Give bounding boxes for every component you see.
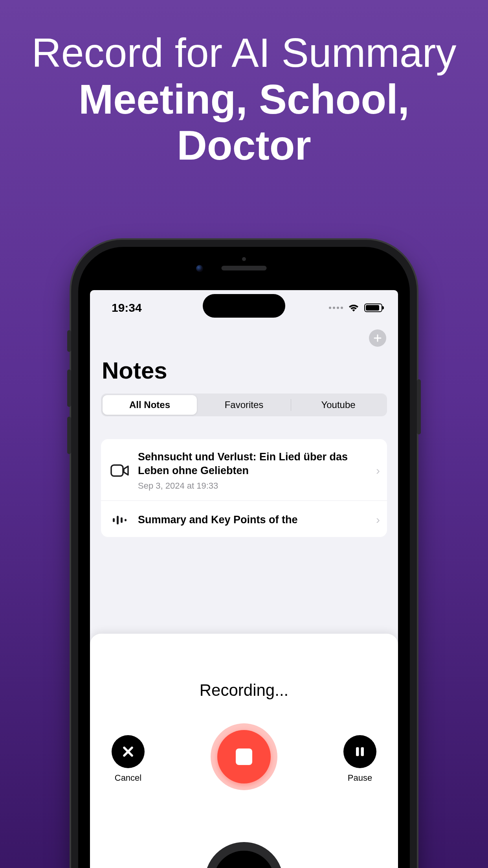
phone-power-button — [417, 379, 421, 434]
svg-rect-2 — [117, 516, 119, 524]
stop-recording-button[interactable] — [217, 730, 271, 783]
phone-volume-down — [67, 417, 71, 454]
cancel-control: Cancel — [112, 735, 145, 783]
note-date: Sep 3, 2024 at 19:33 — [138, 481, 367, 491]
headline-line-3: Doctor — [0, 122, 488, 168]
svg-rect-3 — [121, 517, 123, 523]
tabs-segmented-control: All Notes Favorites Youtube — [101, 394, 387, 416]
notes-list: Sehnsucht und Verlust: Ein Lied über das… — [101, 439, 387, 537]
svg-rect-5 — [356, 747, 359, 756]
recording-sheet: Recording... Cancel — [90, 634, 398, 868]
phone-frame: 19:34 — [71, 240, 417, 868]
tab-label: All Notes — [129, 399, 170, 410]
note-text: Sehnsucht und Verlust: Ein Lied über das… — [138, 450, 367, 491]
svg-rect-1 — [113, 518, 115, 522]
headline-line-1: Record for AI Summary — [0, 29, 488, 76]
chevron-right-icon: › — [376, 464, 380, 477]
recording-controls: Cancel Pause — [90, 700, 398, 790]
video-icon — [110, 463, 129, 478]
marketing-headline: Record for AI Summary Meeting, School, D… — [0, 0, 488, 168]
note-title: Sehnsucht und Verlust: Ein Lied über das… — [138, 450, 367, 478]
phone-front-camera — [196, 265, 203, 272]
tab-label: Youtube — [321, 399, 355, 410]
stop-icon — [236, 748, 252, 765]
note-row[interactable]: Sehnsucht und Verlust: Ein Lied über das… — [101, 439, 387, 500]
pause-label: Pause — [348, 773, 372, 783]
pause-control: Pause — [343, 735, 376, 783]
note-text: Summary and Key Points of the — [138, 513, 367, 527]
tab-label: Favorites — [225, 399, 264, 410]
battery-icon — [364, 303, 382, 312]
headline-line-2: Meeting, School, — [0, 76, 488, 122]
phone-mute-switch — [67, 330, 71, 352]
audio-bars-icon — [110, 512, 129, 528]
dynamic-island — [203, 294, 285, 318]
recording-status: Recording... — [90, 681, 398, 700]
chevron-right-icon: › — [376, 513, 380, 526]
tab-all-notes[interactable]: All Notes — [103, 395, 197, 415]
cancel-label: Cancel — [115, 773, 141, 783]
status-bar: 19:34 — [90, 290, 398, 326]
tab-youtube[interactable]: Youtube — [291, 395, 385, 415]
phone-sensor — [242, 257, 246, 261]
note-title: Summary and Key Points of the — [138, 513, 367, 527]
note-row[interactable]: Summary and Key Points of the › — [101, 500, 387, 537]
page-title: Notes — [90, 347, 398, 394]
cellular-icon — [329, 307, 343, 309]
add-note-button[interactable] — [369, 329, 386, 347]
nav-actions — [90, 326, 398, 347]
svg-rect-0 — [111, 465, 123, 476]
phone-volume-up — [67, 370, 71, 407]
phone-screen: 19:34 — [90, 290, 398, 868]
status-indicators — [329, 303, 382, 313]
stop-control — [211, 723, 277, 790]
pause-button[interactable] — [343, 735, 376, 768]
cancel-button[interactable] — [112, 735, 145, 768]
wifi-icon — [348, 303, 360, 313]
phone-bezel: 19:34 — [78, 247, 410, 868]
svg-rect-4 — [125, 519, 127, 521]
tab-favorites[interactable]: Favorites — [197, 395, 291, 415]
svg-rect-6 — [361, 747, 364, 756]
phone-speaker — [222, 266, 267, 270]
status-time: 19:34 — [112, 301, 142, 314]
